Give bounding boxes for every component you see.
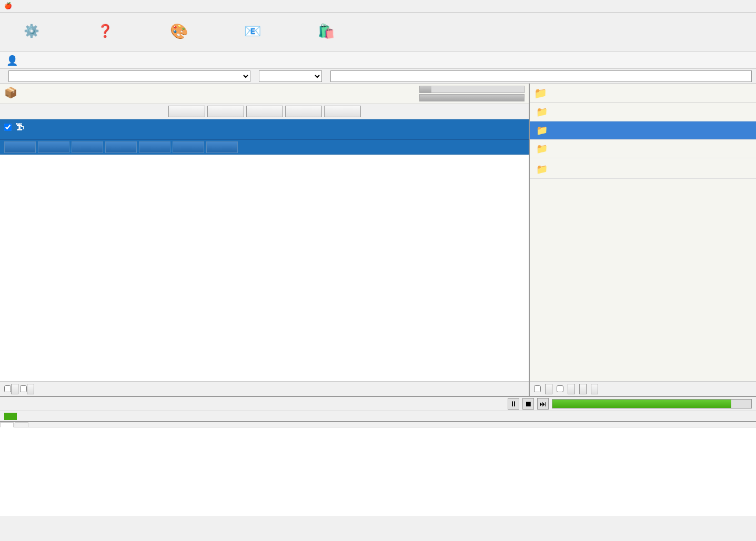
pickmapp-icon: 📁 (536, 106, 548, 118)
settings-toolbar-item[interactable]: ⚙️ (11, 22, 53, 43)
collection-pickmapp[interactable]: 📁 (530, 103, 756, 121)
main-area: 📦 (0, 84, 756, 396)
help-toolbar-item[interactable]: ❓ (84, 22, 126, 43)
capture-pause-button[interactable]: ⏸ (508, 398, 519, 410)
uninstall-button[interactable] (246, 106, 283, 117)
buy-icon: 🛍️ (317, 22, 336, 40)
app-upgrade-button[interactable] (72, 141, 103, 153)
right-panel-spacer (530, 179, 756, 381)
collection-test2[interactable]: 📁 (530, 160, 756, 179)
test2-icon: 📁 (536, 164, 548, 175)
top-action-bar (0, 104, 529, 119)
app-stop-button[interactable] (38, 141, 69, 153)
unmark-all-button[interactable] (27, 384, 34, 394)
about-icon: 🎨 (169, 22, 188, 40)
log-content (0, 427, 756, 516)
app-repair-button[interactable] (206, 141, 238, 153)
apps-header-icon: 📦 (4, 86, 19, 101)
right-panel: 📁 📁 📁 📁 📁 (530, 84, 756, 396)
support-toolbar-item[interactable]: 📧 (231, 22, 274, 43)
toolbar: ⚙️ ❓ 🎨 📧 🛍️ (0, 13, 756, 52)
title-bar: 🍎 (0, 0, 756, 13)
app-list (0, 155, 529, 381)
relocate-button[interactable] (285, 106, 322, 117)
log-tabs (0, 422, 756, 427)
mark-all-checkbox[interactable] (4, 385, 11, 392)
small-progress-bar (0, 411, 756, 421)
items-progress-fill (420, 95, 524, 101)
app-relocate-button[interactable] (139, 141, 170, 153)
collection-pickmapp-collection[interactable]: 📁 (530, 121, 756, 140)
left-bottom-bar (0, 381, 529, 396)
unmark-all-checkbox[interactable] (20, 385, 27, 392)
storage-progress-fill (420, 86, 431, 93)
apps-header: 📦 (0, 84, 529, 104)
right-unmark-all-checkbox[interactable] (557, 385, 563, 392)
tab-previous-sessions[interactable] (15, 422, 28, 427)
mark-all-button[interactable] (11, 384, 18, 394)
info-icon: 👤 (6, 55, 18, 66)
filter-input-right[interactable] (330, 70, 752, 82)
buy-toolbar-item[interactable]: 🛍️ (305, 22, 347, 43)
app-icon: 🍎 (4, 2, 13, 11)
right-mark-all-checkbox[interactable] (534, 385, 541, 392)
right-mark-all-button[interactable] (545, 384, 552, 394)
support-icon: 📧 (243, 22, 262, 40)
capture-stop-button[interactable]: ⏹ (522, 398, 534, 410)
app-uninstall-button[interactable] (105, 141, 137, 153)
right-panel-header: 📁 (530, 84, 756, 103)
selected-app-row: 🗜 (0, 119, 529, 139)
test1-icon: 📁 (536, 143, 548, 155)
app-info-link[interactable] (4, 135, 525, 136)
filter-bar (0, 69, 756, 84)
help-icon: ❓ (96, 22, 115, 40)
capture-button[interactable] (324, 106, 361, 117)
storage-progress-bar (419, 86, 525, 93)
app-action-bar (0, 139, 529, 155)
selected-app-header: 🗜 (4, 123, 525, 134)
selected-app-checkbox[interactable] (4, 124, 12, 131)
sort-dropdown[interactable] (259, 70, 322, 82)
items-progress-bar (419, 94, 525, 101)
add-profile-button[interactable] (579, 384, 587, 394)
tab-current-session[interactable] (0, 422, 14, 427)
filter-dropdown[interactable] (8, 70, 250, 82)
collection-test1[interactable]: 📁 (530, 140, 756, 158)
right-panel-header-icon: 📁 (534, 87, 547, 99)
capture-progress-bar (552, 399, 752, 409)
settings-icon: ⚙️ (22, 22, 41, 40)
selected-app-icon: 🗜 (16, 123, 24, 132)
app-capture-button[interactable] (173, 141, 204, 153)
right-bottom-bar (530, 381, 756, 396)
info-bar: 👤 (0, 52, 756, 69)
pickmapp-collection-icon: 📁 (536, 125, 548, 136)
hide-inactive-button[interactable] (591, 384, 598, 394)
apps-header-stats (419, 86, 525, 101)
about-toolbar-item[interactable]: 🎨 (158, 22, 200, 43)
left-panel: 📦 (0, 84, 530, 396)
small-progress-fill (4, 413, 17, 420)
capture-bar: ⏸ ⏹ ⏭ (0, 396, 756, 411)
upgrade-button[interactable] (207, 106, 244, 117)
right-unmark-all-button[interactable] (568, 384, 575, 394)
log-area (0, 421, 756, 516)
stop-button[interactable] (168, 106, 205, 117)
capture-progress-fill (552, 400, 731, 408)
app-start-button[interactable] (4, 141, 36, 153)
capture-skip-button[interactable]: ⏭ (537, 398, 549, 410)
